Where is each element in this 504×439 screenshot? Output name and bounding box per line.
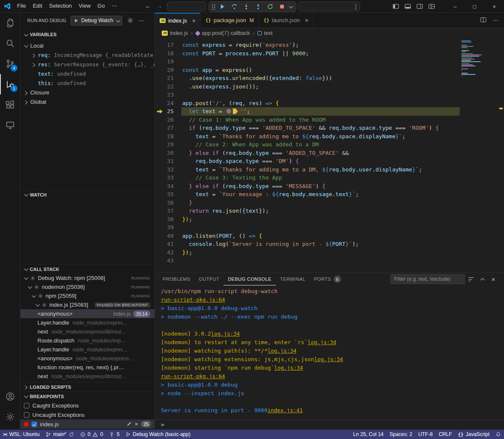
variable-row-this[interactable]: this: undefined bbox=[20, 78, 155, 88]
console-source-link[interactable]: log.js:34 bbox=[314, 355, 343, 364]
split-editor-icon[interactable] bbox=[480, 17, 487, 24]
views-more-actions-icon[interactable]: ⋯ bbox=[138, 17, 144, 24]
breakpoint-caught-exceptions[interactable]: Caught Exceptions bbox=[20, 401, 155, 410]
loaded-scripts-section-header[interactable]: LOADED SCRIPTS bbox=[20, 382, 155, 391]
debug-continue-button[interactable] bbox=[217, 2, 227, 11]
callstack-frame[interactable]: nextnode_modules/express/lib/rout… bbox=[20, 327, 155, 336]
toggle-primary-sidebar-icon[interactable] bbox=[390, 0, 402, 13]
minimap[interactable] bbox=[461, 40, 498, 78]
problems-status[interactable]: 0 0 bbox=[77, 430, 106, 439]
breakpoint-uncaught-exceptions[interactable]: Uncaught Exceptions bbox=[20, 410, 155, 419]
line-number[interactable]: 43 bbox=[155, 257, 174, 265]
variable-row-Global[interactable]: Global bbox=[20, 97, 155, 106]
debug-step-into-button[interactable] bbox=[241, 2, 251, 11]
tab-package.json[interactable]: {}package.jsonM bbox=[200, 13, 259, 28]
line-number[interactable]: 20 bbox=[155, 66, 174, 74]
forwarded-ports-status[interactable]: 5 bbox=[106, 430, 123, 439]
debug-restart-button[interactable] bbox=[265, 2, 275, 11]
breakpoints-section-header[interactable]: BREAKPOINTS bbox=[20, 391, 155, 401]
line-number[interactable]: 28 bbox=[155, 132, 174, 141]
debug-console-prompt[interactable]: > bbox=[155, 419, 504, 430]
line-number[interactable]: 32 bbox=[155, 165, 174, 174]
eol-status[interactable]: CRLF bbox=[435, 430, 455, 439]
variable-row-req[interactable]: req: IncomingMessage {_readableState: … bbox=[20, 50, 155, 60]
callstack-frame[interactable]: <anonymous>node_modules/express… bbox=[20, 354, 155, 363]
console-source-link[interactable]: index.js:41 bbox=[267, 406, 303, 415]
breadcrumb-item[interactable]: app.post('/') callback bbox=[196, 30, 250, 36]
line-number[interactable]: 23 bbox=[155, 91, 174, 99]
drag-grip-icon[interactable] bbox=[212, 3, 215, 10]
inline-breakpoint-icon[interactable] bbox=[226, 109, 231, 114]
callstack-frame[interactable]: Route.dispatchnode_modules/exp… bbox=[20, 336, 155, 345]
menu-file[interactable]: File bbox=[14, 0, 29, 13]
variable-row-Closure[interactable]: Closure bbox=[20, 88, 155, 97]
line-number[interactable]: 19 bbox=[155, 57, 174, 66]
line-number[interactable]: 24 bbox=[155, 99, 174, 108]
menu-view[interactable]: View bbox=[75, 0, 94, 13]
notifications-bell[interactable] bbox=[493, 430, 504, 439]
language-mode[interactable]: {} JavaScript bbox=[455, 430, 493, 439]
console-source-link[interactable]: run-script-pkg.js:64 bbox=[161, 372, 225, 381]
go-forward-icon[interactable]: → bbox=[154, 0, 164, 13]
console-source-link[interactable]: log.js:34 bbox=[274, 364, 303, 372]
line-number[interactable]: 17 bbox=[155, 41, 174, 49]
code-editor[interactable]: 17const express = require('express');18c… bbox=[155, 38, 504, 272]
line-number[interactable]: 33 bbox=[155, 174, 174, 182]
command-center-left[interactable] bbox=[167, 2, 206, 11]
panel-tab-problems[interactable]: PROBLEMS bbox=[158, 273, 195, 285]
console-filter-input[interactable] bbox=[391, 274, 464, 284]
activitybar-settings-icon[interactable] bbox=[0, 407, 20, 427]
git-branch-status[interactable]: main* bbox=[43, 430, 77, 439]
remove-breakpoint-icon[interactable]: × bbox=[135, 421, 138, 428]
line-number[interactable]: 39 bbox=[155, 223, 174, 232]
menu-overflow[interactable]: ⋯ bbox=[108, 0, 120, 13]
editor-more-actions-icon[interactable]: ⋯ bbox=[493, 17, 498, 23]
console-source-link[interactable]: log.js:34 bbox=[307, 338, 336, 347]
panel-tab-debug-console[interactable]: DEBUG CONSOLE bbox=[223, 273, 275, 285]
callstack-frame[interactable]: Layer.handlenode_modules/expres… bbox=[20, 318, 155, 327]
console-filter-icon[interactable] bbox=[467, 274, 476, 284]
activitybar-explorer-icon[interactable] bbox=[0, 13, 20, 33]
close-tab-icon[interactable]: × bbox=[192, 17, 195, 24]
menu-selection[interactable]: Selection bbox=[46, 0, 75, 13]
activitybar-search-icon[interactable] bbox=[0, 33, 20, 54]
variables-section-header[interactable]: VARIABLES bbox=[20, 30, 155, 39]
close-tab-icon[interactable]: × bbox=[305, 17, 308, 24]
line-number[interactable]: 21 bbox=[155, 74, 174, 83]
activitybar-remote-explorer-icon[interactable] bbox=[0, 115, 20, 135]
variable-row-res[interactable]: res: ServerResponse {_events: {…}, _ev… bbox=[20, 60, 155, 69]
activitybar-extensions-icon[interactable] bbox=[0, 94, 20, 115]
line-number[interactable]: 18 bbox=[155, 49, 174, 58]
tab-index.js[interactable]: JSindex.js× bbox=[155, 13, 200, 28]
toggle-secondary-sidebar-icon[interactable] bbox=[414, 0, 426, 13]
twisty-icon[interactable] bbox=[24, 43, 29, 47]
console-source-link[interactable]: log.js:34 bbox=[211, 330, 240, 338]
twisty-icon[interactable] bbox=[31, 53, 35, 57]
console-source-link[interactable]: run-script-pkg.js:64 bbox=[161, 296, 225, 304]
debug-step-over-button[interactable] bbox=[229, 2, 239, 11]
line-number[interactable]: 31 bbox=[155, 157, 174, 165]
close-button[interactable]: × bbox=[484, 0, 504, 13]
console-source-link[interactable]: log.js:34 bbox=[267, 347, 296, 355]
encoding-status[interactable]: UTF-8 bbox=[415, 430, 435, 439]
line-number[interactable]: 29 bbox=[155, 140, 174, 149]
panel-tab-ports[interactable]: PORTS5 bbox=[309, 273, 345, 285]
callstack-frame[interactable]: nextnode_modules/express/lib/rout… bbox=[20, 372, 155, 381]
activitybar-accounts-icon[interactable] bbox=[0, 386, 20, 407]
breakpoint-checkbox[interactable] bbox=[24, 412, 29, 418]
variable-row-Local[interactable]: Local bbox=[20, 41, 155, 50]
line-number[interactable]: 26 bbox=[155, 116, 174, 124]
indentation-status[interactable]: Spaces: 2 bbox=[387, 430, 415, 439]
minimize-button[interactable]: – bbox=[445, 0, 465, 13]
debug-status[interactable]: Debug Watch (basic-app) bbox=[123, 430, 194, 439]
twisty-icon[interactable] bbox=[23, 100, 28, 104]
callstack-section-header[interactable]: CALL STACK bbox=[20, 264, 155, 274]
panel-tab-terminal[interactable]: TERMINAL bbox=[276, 273, 310, 285]
close-panel-icon[interactable]: × bbox=[489, 274, 498, 284]
go-back-icon[interactable]: ← bbox=[143, 0, 153, 13]
launch-config-dropdown[interactable]: Debug Watch bbox=[71, 16, 122, 26]
debug-stop-button[interactable] bbox=[277, 2, 287, 11]
callstack-frame[interactable]: function router(req, res, next) {.pr… bbox=[20, 363, 155, 372]
maximize-button[interactable]: □ bbox=[465, 0, 484, 13]
breadcrumb-item[interactable]: JSindex.js bbox=[162, 30, 188, 36]
